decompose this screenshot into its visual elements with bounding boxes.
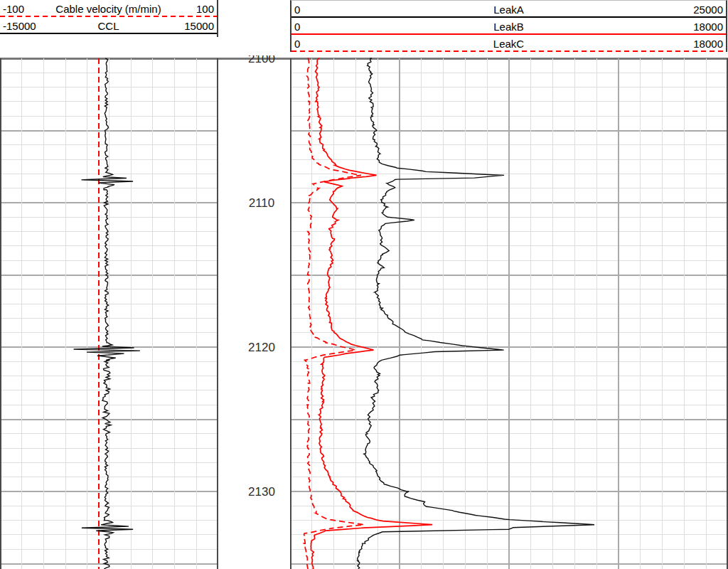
legend-leak-b: 0 LeakB 18000 — [291, 18, 726, 35]
ccl-curve-name: CCL — [43, 20, 174, 32]
cable-velocity-scale-max: 100 — [174, 3, 217, 15]
curve-ccl — [74, 58, 140, 569]
left-track-header: -100 Cable velocity (m/min) 100 -15000 C… — [0, 0, 218, 37]
leak-a-curve-name: LeakA — [334, 4, 683, 16]
curve-leak-a — [358, 58, 594, 569]
leak-c-curve-name: LeakC — [334, 38, 683, 50]
leak-b-curve-name: LeakB — [334, 21, 683, 33]
leak-b-scale-min: 0 — [291, 21, 334, 33]
leak-a-scale-max: 25000 — [683, 4, 726, 16]
right-track-header: 0 LeakA 25000 0 LeakB 18000 0 LeakC 1800… — [290, 0, 727, 52]
leak-c-scale-max: 18000 — [683, 38, 726, 50]
leak-b-scale-max: 18000 — [683, 21, 726, 33]
depth-label-2100: 2100 — [248, 55, 275, 65]
leak-c-scale-min: 0 — [291, 38, 334, 50]
legend-ccl: -15000 CCL 15000 — [0, 17, 217, 34]
cable-velocity-curve-name: Cable velocity (m/min) — [43, 3, 174, 15]
ccl-scale-max: 15000 — [174, 20, 217, 32]
cable-velocity-scale-min: -100 — [0, 3, 43, 15]
depth-label-2120: 2120 — [248, 341, 275, 354]
curve-leak-b — [311, 58, 432, 569]
leak-a-scale-min: 0 — [291, 4, 334, 16]
legend-leak-c: 0 LeakC 18000 — [291, 35, 726, 52]
legend-cable-velocity: -100 Cable velocity (m/min) 100 — [0, 0, 217, 17]
legend-leak-a: 0 LeakA 25000 — [291, 1, 726, 18]
log-plot-area: 2100211021202130 — [0, 55, 728, 569]
well-log-viewer: -100 Cable velocity (m/min) 100 -15000 C… — [0, 0, 728, 569]
depth-label-2130: 2130 — [248, 485, 275, 499]
depth-label-2110: 2110 — [249, 196, 275, 210]
ccl-scale-min: -15000 — [0, 20, 43, 32]
